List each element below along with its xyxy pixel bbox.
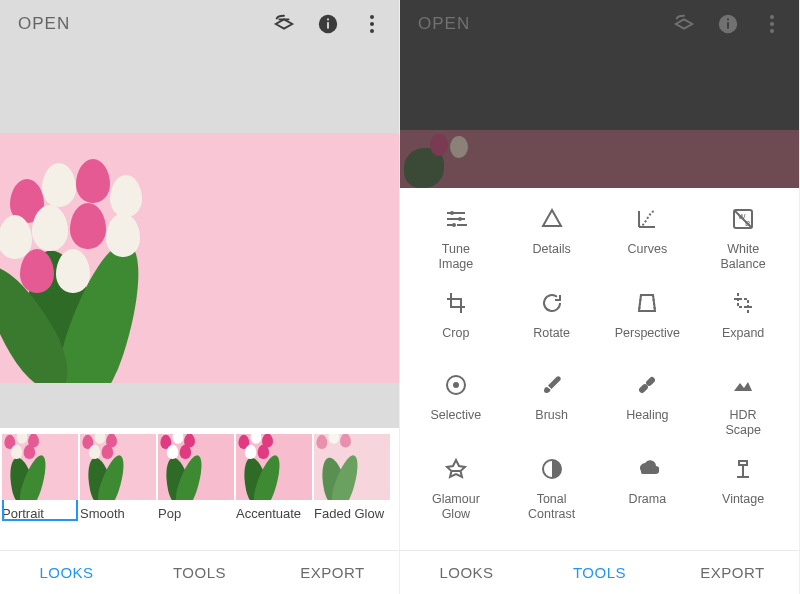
svg-rect-4 [727,22,729,28]
tool-details[interactable]: Details [504,206,600,272]
tool-drama[interactable]: Drama [600,456,696,522]
open-button[interactable]: OPEN [18,14,273,34]
tool-rotate[interactable]: Rotate [504,290,600,354]
tool-label: Brush [535,408,568,436]
svg-rect-1 [327,22,329,28]
tool-label: HDRScape [725,408,760,438]
look-label: Faded Glow [314,506,390,521]
tool-selective[interactable]: Selective [408,372,504,438]
svg-point-7 [458,217,462,221]
look-label: Pop [158,506,234,521]
open-button[interactable]: OPEN [418,14,673,34]
look-accentuate[interactable]: Accentuate [236,434,312,521]
look-smooth[interactable]: Smooth [80,434,156,521]
tool-label: Perspective [615,326,680,354]
svg-rect-19 [739,461,747,465]
nav-export[interactable]: EXPORT [266,564,399,581]
tool-brush[interactable]: Brush [504,372,600,438]
tool-curves[interactable]: Curves [600,206,696,272]
info-icon[interactable] [717,13,739,35]
look-label: Portrait [2,506,78,521]
svg-point-8 [450,211,454,215]
tool-white-balance[interactable]: WBWhiteBalance [695,206,791,272]
tool-tonal-contrast[interactable]: TonalContrast [504,456,600,522]
canvas-area[interactable] [0,48,399,428]
more-icon[interactable] [361,13,383,35]
hdr-scape-icon [730,372,756,398]
tonal-contrast-icon [539,456,565,482]
screen-tools: OPEN TuneImageDetailsCurvesWBWhiteBalanc… [400,0,800,594]
svg-point-6 [452,223,456,227]
tool-perspective[interactable]: Perspective [600,290,696,354]
more-icon[interactable] [761,13,783,35]
perspective-icon [634,290,660,316]
tool-glamour-glow[interactable]: GlamourGlow [408,456,504,522]
layers-icon[interactable] [273,13,295,35]
tool-label: Expand [722,326,764,354]
tools-panel: TuneImageDetailsCurvesWBWhiteBalanceCrop… [400,188,799,550]
rotate-icon [539,290,565,316]
tool-label: Details [533,242,571,270]
bottom-nav: LOOKS TOOLS EXPORT [0,550,399,594]
crop-icon [443,290,469,316]
svg-point-17 [648,386,650,388]
layers-icon[interactable] [673,13,695,35]
white-balance-icon: WB [730,206,756,232]
tool-label: Healing [626,408,668,436]
tool-vintage[interactable]: Vintage [695,456,791,522]
selective-icon [443,372,469,398]
svg-rect-2 [327,19,329,21]
nav-tools[interactable]: TOOLS [133,564,266,581]
expand-icon [730,290,756,316]
screen-looks: OPEN [0,0,400,594]
tool-label: Rotate [533,326,570,354]
drama-icon [634,456,660,482]
looks-row[interactable]: Portrait Smooth [0,428,399,550]
glamour-glow-icon [443,456,469,482]
tool-label: Drama [629,492,667,520]
details-icon [539,206,565,232]
canvas-dimmed[interactable] [400,48,799,188]
tool-expand[interactable]: Expand [695,290,791,354]
info-icon[interactable] [317,13,339,35]
svg-point-16 [644,382,646,384]
nav-export[interactable]: EXPORT [666,564,799,581]
tool-label: Vintage [722,492,764,520]
nav-tools[interactable]: TOOLS [533,564,666,581]
tune-image-icon [443,206,469,232]
top-bar: OPEN [400,0,799,48]
svg-rect-5 [727,19,729,21]
tool-hdr-scape[interactable]: HDRScape [695,372,791,438]
tool-label: TonalContrast [528,492,575,522]
curves-icon [634,206,660,232]
tool-label: TuneImage [439,242,474,272]
tool-tune-image[interactable]: TuneImage [408,206,504,272]
look-label: Accentuate [236,506,312,521]
brush-icon [539,372,565,398]
healing-icon [634,372,660,398]
bottom-nav: LOOKS TOOLS EXPORT [400,550,799,594]
look-pop[interactable]: Pop [158,434,234,521]
svg-text:B: B [745,219,750,228]
tool-crop[interactable]: Crop [408,290,504,354]
top-bar: OPEN [0,0,399,48]
tool-label: GlamourGlow [432,492,480,522]
look-portrait[interactable]: Portrait [2,434,78,521]
tool-label: Curves [628,242,668,270]
svg-point-13 [454,383,458,387]
look-label: Smooth [80,506,156,521]
tool-label: Selective [431,408,482,436]
nav-looks[interactable]: LOOKS [400,564,533,581]
tool-label: WhiteBalance [721,242,766,272]
tool-healing[interactable]: Healing [600,372,696,438]
tool-label: Crop [442,326,469,354]
edited-photo [0,133,399,383]
edited-photo-dim [400,130,799,188]
nav-looks[interactable]: LOOKS [0,564,133,581]
vintage-icon [730,456,756,482]
look-faded-glow[interactable]: Faded Glow [314,434,390,521]
